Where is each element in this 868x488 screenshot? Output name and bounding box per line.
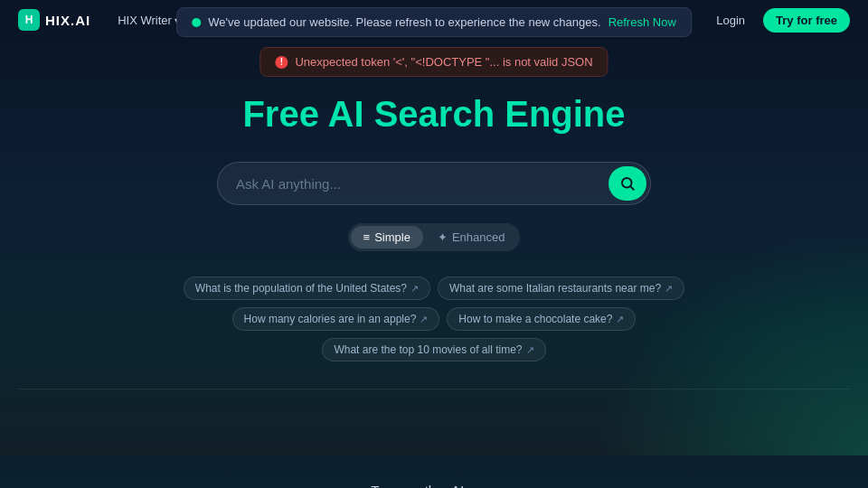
- refresh-link[interactable]: Refresh Now: [609, 15, 676, 29]
- chip-text-4: What are the top 10 movies of all time?: [334, 343, 522, 356]
- hero-title: Free AI Search Engine: [242, 94, 625, 135]
- hero-section: Free AI Search Engine ≡ Simple ✦ Enhance…: [0, 40, 868, 455]
- arrow-icon-4: ↗: [526, 344, 534, 356]
- try-free-button[interactable]: Try for free: [763, 8, 850, 33]
- notification-text: We've updated our website. Please refres…: [208, 15, 600, 29]
- section-divider: [18, 389, 850, 389]
- login-button[interactable]: Login: [707, 10, 754, 31]
- suggestion-chip-0[interactable]: What is the population of the United Sta…: [184, 277, 430, 300]
- arrow-icon-2: ↗: [420, 314, 428, 325]
- suggestion-chip-1[interactable]: What are some Italian restaurants near m…: [438, 277, 684, 300]
- mode-toggle: ≡ Simple ✦ Enhanced: [348, 223, 521, 251]
- chip-text-1: What are some Italian restaurants near m…: [449, 282, 661, 295]
- arrow-icon-0: ↗: [410, 283, 419, 295]
- error-text: Unexpected token '<', "<!DOCTYPE "... is…: [295, 55, 592, 69]
- mode-simple-button[interactable]: ≡ Simple: [351, 226, 423, 249]
- logo-icon: H: [18, 9, 40, 31]
- chip-text-2: How many calories are in an apple?: [244, 313, 417, 325]
- enhanced-icon: ✦: [438, 230, 448, 244]
- search-bar: [217, 162, 651, 205]
- arrow-icon-1: ↗: [665, 283, 673, 295]
- search-input[interactable]: [236, 176, 609, 192]
- suggestion-chip-3[interactable]: How to make a chocolate cake? ↗: [447, 307, 636, 331]
- chip-text-3: How to make a chocolate cake?: [458, 313, 612, 325]
- error-banner: ! Unexpected token '<', "<!DOCTYPE "... …: [259, 47, 608, 77]
- logo-text: HIX.AI: [45, 13, 90, 28]
- other-apps-title: Try our other AI apps: [371, 483, 497, 488]
- other-apps-section: Try our other AI apps ✦ HIX Writer ⊞ HIX…: [0, 455, 868, 488]
- suggestions-container: What is the population of the United Sta…: [118, 277, 750, 361]
- svg-line-1: [630, 186, 633, 189]
- simple-label: Simple: [374, 230, 410, 244]
- notification-banner: We've updated our website. Please refres…: [176, 7, 692, 37]
- mode-enhanced-button[interactable]: ✦ Enhanced: [425, 226, 518, 249]
- suggestion-chip-4[interactable]: What are the top 10 movies of all time? …: [322, 338, 545, 361]
- search-button[interactable]: [609, 166, 646, 201]
- chip-text-0: What is the population of the United Sta…: [195, 282, 407, 295]
- simple-icon: ≡: [363, 230, 371, 244]
- arrow-icon-3: ↗: [616, 314, 624, 325]
- status-dot: [192, 18, 201, 27]
- logo[interactable]: H HIX.AI: [18, 9, 90, 31]
- nav-actions: Login Try for free: [707, 8, 850, 33]
- enhanced-label: Enhanced: [452, 230, 505, 244]
- error-icon: !: [275, 56, 288, 69]
- suggestion-chip-2[interactable]: How many calories are in an apple? ↗: [232, 307, 440, 331]
